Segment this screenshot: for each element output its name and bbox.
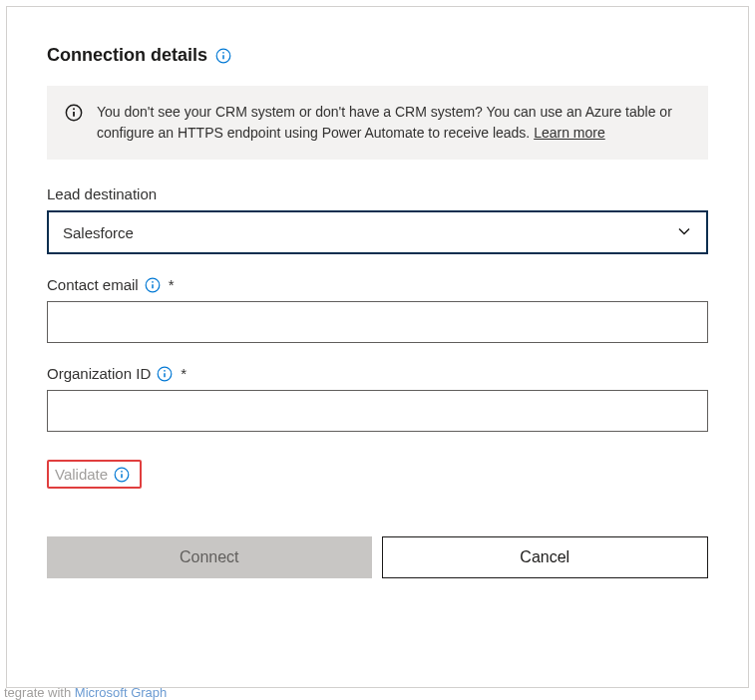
svg-point-14 <box>121 470 123 472</box>
required-marker: * <box>181 365 187 382</box>
svg-point-5 <box>73 108 75 110</box>
validate-link[interactable]: Validate <box>55 466 108 483</box>
chevron-down-icon <box>676 223 692 242</box>
footer-gray: tegrate with <box>4 685 75 700</box>
required-marker: * <box>169 276 175 293</box>
info-icon[interactable] <box>114 467 130 483</box>
panel-heading: Connection details <box>47 45 708 66</box>
field-label: Lead destination <box>47 185 708 202</box>
info-message-bar: You don't see your CRM system or don't h… <box>47 86 708 160</box>
svg-point-8 <box>152 280 154 282</box>
connection-details-panel: Connection details You don't see your CR… <box>6 6 749 688</box>
validate-highlight: Validate <box>47 460 142 489</box>
contact-email-label: Contact email <box>47 276 139 293</box>
field-label: Organization ID * <box>47 365 708 382</box>
footer-blue: Microsoft Graph <box>75 685 167 700</box>
lead-destination-value: Salesforce <box>63 224 134 241</box>
connect-button[interactable]: Connect <box>47 536 372 578</box>
footer-fragment: tegrate with Microsoft Graph <box>4 685 167 700</box>
svg-point-2 <box>222 51 224 53</box>
info-icon[interactable] <box>145 277 161 293</box>
info-icon[interactable] <box>157 366 173 382</box>
button-row: Connect Cancel <box>47 536 708 578</box>
lead-destination-field: Lead destination Salesforce <box>47 185 708 254</box>
learn-more-link[interactable]: Learn more <box>534 125 605 141</box>
field-label: Contact email * <box>47 276 708 293</box>
info-icon <box>65 104 83 144</box>
cancel-button[interactable]: Cancel <box>382 536 709 578</box>
organization-id-label: Organization ID <box>47 365 151 382</box>
lead-destination-label: Lead destination <box>47 185 157 202</box>
lead-destination-select[interactable]: Salesforce <box>47 210 708 254</box>
organization-id-field: Organization ID * <box>47 365 708 432</box>
contact-email-field: Contact email * <box>47 276 708 343</box>
heading-text: Connection details <box>47 45 207 66</box>
svg-point-11 <box>164 369 166 371</box>
info-icon[interactable] <box>215 48 231 64</box>
organization-id-input[interactable] <box>47 390 708 432</box>
message-text: You don't see your CRM system or don't h… <box>97 102 690 144</box>
contact-email-input[interactable] <box>47 301 708 343</box>
